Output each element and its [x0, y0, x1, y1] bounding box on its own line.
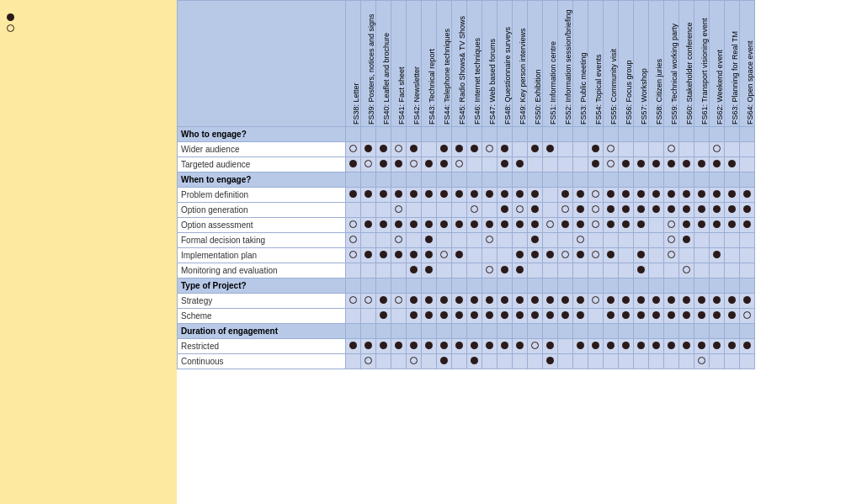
cell-3-0-0	[346, 339, 361, 354]
cell-3-0-12	[528, 339, 543, 354]
filled-dot-icon	[531, 220, 539, 228]
cell-0-1-21	[664, 157, 679, 172]
filled-dot-icon	[425, 220, 433, 228]
filled-dot-icon	[607, 220, 615, 228]
cell-0-0-17	[604, 142, 619, 157]
cell-1-4-2	[376, 248, 391, 263]
section-cell-0-16	[588, 127, 604, 142]
cell-2-0-11	[513, 294, 528, 309]
filled-dot-icon	[440, 220, 448, 228]
cell-3-1-16	[588, 354, 604, 369]
cell-1-1-2	[376, 203, 391, 218]
section-cell-1-11	[513, 172, 528, 188]
section-cell-0-25	[725, 127, 740, 142]
empty-dot-icon	[683, 266, 690, 273]
filled-dot-icon	[380, 190, 387, 198]
cell-2-0-8	[467, 294, 482, 309]
cell-2-0-25	[725, 294, 740, 309]
filled-dot-icon	[592, 145, 599, 152]
empty-dot-icon	[486, 236, 493, 243]
filled-dot-icon	[455, 342, 463, 349]
filled-dot-icon	[607, 311, 615, 319]
cell-2-0-7	[452, 294, 467, 309]
section-cell-0-17	[604, 127, 619, 142]
cell-1-4-23	[694, 248, 710, 263]
cell-1-0-12	[528, 188, 543, 203]
section-cell-3-5	[422, 324, 437, 339]
row-header-cell	[178, 1, 346, 127]
empty-dot-icon	[7, 24, 14, 32]
filled-dot-icon	[622, 296, 630, 304]
section-cell-1-10	[498, 172, 513, 188]
cell-1-2-23	[694, 218, 710, 233]
filled-dot-icon	[577, 311, 584, 319]
section-cell-1-6	[437, 172, 452, 188]
filled-dot-icon	[652, 160, 660, 167]
table-row: Problem definition	[178, 188, 755, 203]
section-cell-0-19	[634, 127, 649, 142]
filled-dot-icon	[652, 342, 660, 349]
cell-1-3-11	[513, 233, 528, 248]
cell-2-1-18	[619, 309, 634, 324]
cell-0-0-0	[346, 142, 361, 157]
cell-1-2-11	[513, 218, 528, 233]
empty-dot-icon	[395, 205, 402, 213]
section-header-2: Type of Project?	[178, 279, 755, 294]
cell-1-1-7	[452, 203, 467, 218]
cell-3-1-19	[634, 354, 649, 369]
cell-1-2-22	[679, 218, 694, 233]
section-cell-2-12	[528, 279, 543, 294]
section-cell-3-10	[498, 324, 513, 339]
filled-dot-icon	[622, 205, 630, 213]
cell-1-4-1	[361, 248, 376, 263]
column-header-2: FS40: Leaflet and brochure	[376, 1, 391, 127]
cell-1-4-18	[619, 248, 634, 263]
section-cell-1-23	[694, 172, 710, 188]
cell-0-1-20	[649, 157, 664, 172]
empty-dot-icon	[395, 145, 402, 152]
filled-dot-icon	[410, 220, 418, 228]
cell-0-1-18	[619, 157, 634, 172]
filled-dot-icon	[698, 342, 705, 349]
section-cell-0-26	[740, 127, 755, 142]
filled-dot-icon	[501, 190, 508, 198]
cell-3-1-10	[498, 354, 513, 369]
filled-dot-icon	[607, 190, 615, 198]
cell-2-1-19	[634, 309, 649, 324]
cell-3-1-21	[664, 354, 679, 369]
section-cell-1-4	[407, 172, 422, 188]
cell-1-2-1	[361, 218, 376, 233]
cell-1-2-12	[528, 218, 543, 233]
filled-dot-icon	[349, 160, 357, 167]
filled-dot-icon	[713, 205, 721, 213]
cell-0-0-11	[513, 142, 528, 157]
section-cell-0-14	[558, 127, 573, 142]
cell-1-2-15	[573, 218, 588, 233]
column-header-17: FS55: Community visit	[604, 1, 619, 127]
cell-0-1-5	[422, 157, 437, 172]
cell-2-1-8	[467, 309, 482, 324]
cell-0-0-3	[391, 142, 407, 157]
cell-3-1-12	[528, 354, 543, 369]
section-cell-0-2	[376, 127, 391, 142]
section-cell-1-3	[391, 172, 407, 188]
filled-dot-icon	[440, 160, 448, 167]
cell-0-1-11	[513, 157, 528, 172]
cell-1-4-26	[740, 248, 755, 263]
cell-1-4-4	[407, 248, 422, 263]
row-label-1-5: Monitoring and evaluation	[178, 263, 346, 279]
cell-0-0-7	[452, 142, 467, 157]
cell-1-3-21	[664, 233, 679, 248]
cell-1-2-18	[619, 218, 634, 233]
cell-1-3-4	[407, 233, 422, 248]
table-row: Option generation	[178, 203, 755, 218]
cell-1-5-11	[513, 263, 528, 279]
filled-dot-icon	[728, 311, 736, 319]
cell-0-1-14	[558, 157, 573, 172]
filled-dot-icon	[531, 145, 539, 152]
cell-1-5-9	[482, 263, 498, 279]
empty-dot-icon	[486, 145, 493, 152]
cell-2-1-25	[725, 309, 740, 324]
cell-1-0-22	[679, 188, 694, 203]
filled-dot-icon	[395, 160, 402, 167]
